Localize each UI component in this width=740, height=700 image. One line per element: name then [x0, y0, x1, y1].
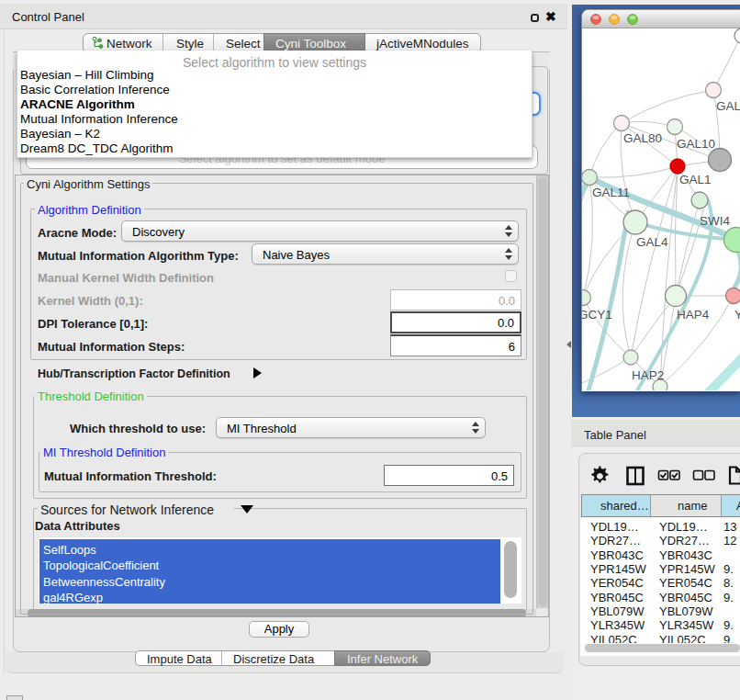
svg-text:Y: Y — [734, 308, 740, 322]
svg-text:GAL10: GAL10 — [677, 137, 715, 151]
svg-text:GCY1: GCY1 — [582, 308, 612, 322]
svg-text:HAP2: HAP2 — [632, 368, 664, 382]
svg-text:GAL80: GAL80 — [623, 131, 662, 145]
svg-text:HAP4: HAP4 — [677, 308, 710, 322]
svg-text:SWI4: SWI4 — [700, 214, 730, 228]
svg-text:GAL4: GAL4 — [636, 235, 668, 249]
svg-text:GAL1: GAL1 — [679, 173, 712, 186]
svg-text:GAL7: GAL7 — [716, 99, 740, 113]
svg-text:GAL11: GAL11 — [592, 186, 630, 199]
